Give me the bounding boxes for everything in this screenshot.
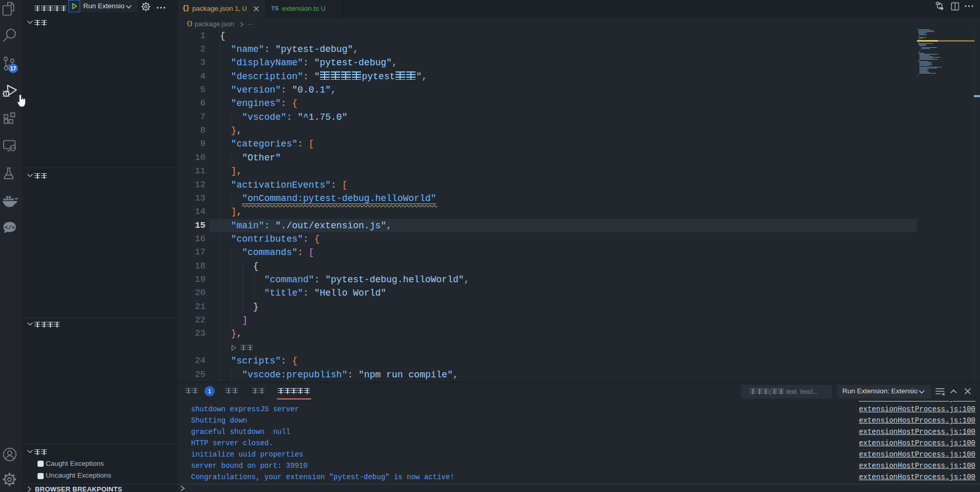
- svg-text:</>: </>: [5, 225, 15, 231]
